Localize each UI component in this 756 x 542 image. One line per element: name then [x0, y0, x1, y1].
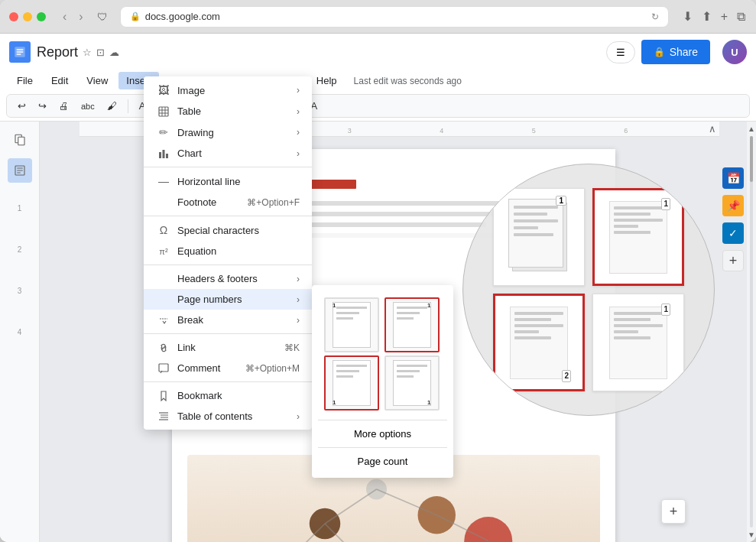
- add-page-button[interactable]: +: [661, 499, 686, 524]
- menu-item-page-numbers[interactable]: Page numbers ›: [144, 289, 312, 310]
- menu-item-image[interactable]: 🖼 Image ›: [144, 80, 312, 101]
- zi-bl-l3: [514, 324, 563, 327]
- zi-bl-l4: [514, 330, 539, 333]
- extensions-button[interactable]: ⧉: [735, 8, 747, 25]
- download-button[interactable]: ⬇: [681, 8, 694, 25]
- maximize-button[interactable]: [37, 12, 46, 21]
- back-button[interactable]: ‹: [58, 8, 71, 25]
- zoom-grid: 1: [470, 165, 707, 414]
- close-button[interactable]: [9, 12, 18, 21]
- star-icon[interactable]: ☆: [83, 47, 92, 58]
- view-mode-button[interactable]: ☰: [606, 41, 635, 63]
- zi-badge-tr: 1: [661, 198, 670, 210]
- undo-button[interactable]: ↩: [13, 98, 31, 114]
- menu-item-table-of-contents[interactable]: Table of contents ›: [144, 406, 312, 427]
- zoom-cell-top-right: 1: [592, 188, 684, 286]
- link-label: Link: [177, 342, 278, 353]
- spell-check-button[interactable]: abc: [76, 99, 99, 113]
- menu-help[interactable]: Help: [309, 72, 345, 89]
- image-arrow: ›: [297, 85, 300, 96]
- menu-edit[interactable]: Edit: [44, 72, 76, 89]
- browser-window: ‹ › 🛡 🔒 docs.google.com ↻ ⬇ ⬆ + ⧉: [0, 0, 756, 542]
- menu-item-table[interactable]: Table ›: [144, 101, 312, 122]
- user-avatar[interactable]: U: [722, 40, 747, 64]
- redo-button[interactable]: ↪: [34, 98, 51, 114]
- menu-divider-2: [144, 216, 312, 216]
- image-icon: 🖼: [156, 84, 171, 96]
- table-label: Table: [177, 105, 290, 117]
- share-button[interactable]: 🔒 Share: [641, 40, 710, 64]
- url-text: docs.google.com: [145, 11, 220, 22]
- page-count-item[interactable]: Page count: [318, 451, 447, 472]
- drawing-arrow: ›: [297, 127, 300, 138]
- scroll-rail[interactable]: ▲ ▼: [747, 122, 756, 542]
- pn-option-top-right[interactable]: 1: [384, 297, 440, 352]
- keep-icon[interactable]: 📌: [722, 195, 744, 216]
- more-options-item[interactable]: More options: [318, 424, 447, 444]
- pn-option-top-left[interactable]: 1: [324, 297, 379, 352]
- zi-tr-l3: [614, 219, 663, 222]
- pn-badge-tl: 1: [333, 302, 336, 309]
- menu-item-bookmark[interactable]: Bookmark: [144, 385, 312, 406]
- forward-button[interactable]: ›: [74, 8, 87, 25]
- menu-item-horizontal-line[interactable]: — Horizontal line: [144, 170, 312, 192]
- svg-point-10: [464, 517, 512, 542]
- pn-option-bottom-left[interactable]: 1: [324, 355, 379, 411]
- calendar-icon[interactable]: 📅: [722, 167, 744, 189]
- zi-badge-br-num: 1: [661, 303, 670, 316]
- menu-item-drawing[interactable]: ✏ Drawing ›: [144, 122, 312, 143]
- bookmark-label: Bookmark: [177, 390, 300, 401]
- break-label: Break: [177, 314, 290, 326]
- zi-line-s1: [514, 226, 538, 229]
- drawing-icon: ✏: [156, 126, 171, 138]
- menu-view[interactable]: View: [79, 72, 115, 89]
- pn-badge-br: 1: [427, 399, 430, 406]
- minimize-button[interactable]: [23, 12, 32, 21]
- print-button[interactable]: 🖨: [54, 98, 73, 114]
- link-shortcut: ⌘K: [284, 342, 300, 353]
- cloud-icon[interactable]: ☁: [109, 47, 119, 58]
- sidebar-outline-icon[interactable]: [8, 158, 32, 183]
- pn-line-9: [336, 375, 353, 378]
- svg-rect-19: [159, 107, 168, 116]
- menu-item-special-chars[interactable]: Ω Special characters: [144, 219, 312, 241]
- pn-line-10: [397, 365, 427, 367]
- share-browser-button[interactable]: ⬆: [700, 8, 713, 25]
- scroll-track: [750, 136, 753, 527]
- menu-item-comment[interactable]: Comment ⌘+Option+M: [144, 358, 312, 378]
- pn-doc-tr: 1: [393, 302, 431, 348]
- ruler-collapse-button[interactable]: ∧: [709, 123, 716, 135]
- add-service-button[interactable]: +: [722, 250, 744, 271]
- break-arrow: ›: [297, 315, 300, 326]
- scroll-up-button[interactable]: ▲: [748, 125, 755, 133]
- tasks-icon[interactable]: ✓: [722, 222, 744, 244]
- new-tab-button[interactable]: +: [719, 8, 729, 25]
- menu-item-break[interactable]: Break ›: [144, 310, 312, 330]
- pn-option-bottom-right[interactable]: 1: [384, 355, 440, 411]
- pn-badge-tr: 1: [427, 302, 430, 309]
- menu-item-equation[interactable]: π² Equation: [144, 241, 312, 261]
- link-icon: [156, 342, 171, 353]
- zi-bl-l2: [514, 318, 551, 321]
- ruler-mark-5: 5: [488, 127, 580, 136]
- headers-arrow: ›: [297, 274, 300, 284]
- zi-tr-l5: [614, 231, 651, 234]
- pn-badge-bl: 1: [333, 399, 336, 406]
- folder-icon[interactable]: ⊡: [96, 47, 105, 58]
- paint-format-button[interactable]: 🖌: [102, 98, 122, 114]
- menu-divider-3: [144, 265, 312, 265]
- menu-item-headers-footers[interactable]: Headers & footers ›: [144, 268, 312, 289]
- menu-item-chart[interactable]: Chart ›: [144, 143, 312, 164]
- line-3: 3: [18, 287, 22, 295]
- zoom-cell-bottom-right: 1: [592, 294, 684, 391]
- menu-item-link[interactable]: Link ⌘K: [144, 337, 312, 358]
- menu-item-footnote[interactable]: Footnote ⌘+Option+F: [144, 192, 312, 213]
- pn-doc-tl: 1: [333, 302, 371, 348]
- menu-file[interactable]: File: [9, 72, 41, 89]
- zi-bl-l1: [514, 312, 563, 315]
- address-bar[interactable]: 🔒 docs.google.com ↻: [120, 6, 669, 28]
- scroll-down-button[interactable]: ▼: [748, 531, 755, 539]
- sidebar-pages-icon[interactable]: [8, 128, 32, 152]
- comment-shortcut: ⌘+Option+M: [245, 363, 300, 374]
- equation-label: Equation: [177, 245, 300, 257]
